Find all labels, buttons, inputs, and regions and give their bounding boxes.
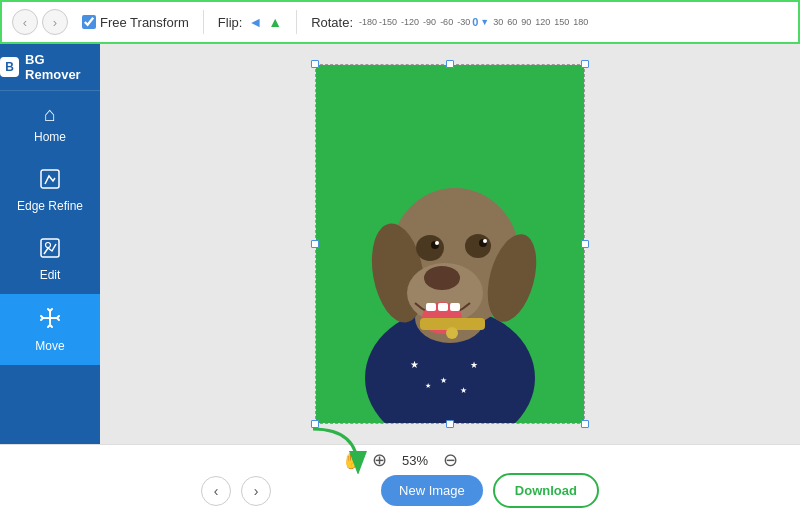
handle-top-left[interactable] <box>311 60 319 68</box>
hand-tool-icon[interactable]: ✋ <box>342 451 362 470</box>
back-nav-button[interactable]: ‹ <box>201 476 231 506</box>
zoom-percent: 53% <box>397 453 433 468</box>
divider-1 <box>203 10 204 34</box>
rotate-ruler[interactable]: -180 -150 -120 -90 -60 -30 0 ▼ 30 60 90 … <box>359 16 590 28</box>
toolbar-forward-button[interactable]: › <box>42 9 68 35</box>
bottom-actions: ‹ › New Image Download <box>201 473 599 508</box>
dog-image: ★ ★ ★ ★ ★ <box>330 83 570 423</box>
flip-label: Flip: <box>218 15 243 30</box>
svg-rect-17 <box>438 303 448 311</box>
svg-text:★: ★ <box>440 376 447 385</box>
flip-group: Flip: ◄ ▲ <box>218 14 282 30</box>
rotate-cursor: 0 <box>472 16 478 28</box>
forward-nav-button[interactable]: › <box>241 476 271 506</box>
flip-vertical-icon[interactable]: ▲ <box>268 14 282 30</box>
sidebar-item-edge-refine[interactable]: Edge Refine <box>0 156 100 225</box>
zoom-out-icon[interactable]: ⊖ <box>443 449 458 471</box>
sidebar: B BG Remover ⌂ Home Edge Refine <box>0 44 100 444</box>
download-button[interactable]: Download <box>493 473 599 508</box>
handle-bottom-right[interactable] <box>581 420 589 428</box>
svg-rect-18 <box>450 303 460 311</box>
main-layout: B BG Remover ⌂ Home Edge Refine <box>0 44 800 444</box>
edge-refine-label: Edge Refine <box>17 199 83 213</box>
home-label: Home <box>34 130 66 144</box>
image-container[interactable]: ★ ★ ★ ★ ★ <box>315 64 585 424</box>
edit-label: Edit <box>40 268 61 282</box>
app-name: BG Remover <box>25 52 100 82</box>
handle-bottom-left[interactable] <box>311 420 319 428</box>
svg-rect-16 <box>426 303 436 311</box>
handle-middle-left[interactable] <box>311 240 319 248</box>
handle-bottom-middle[interactable] <box>446 420 454 428</box>
bottom-bar: ✋ ⊕ 53% ⊖ ‹ › <box>0 444 800 509</box>
svg-point-2 <box>46 243 51 248</box>
svg-point-26 <box>446 327 458 339</box>
free-transform-group: Free Transform <box>82 15 189 30</box>
sidebar-item-edit[interactable]: Edit <box>0 225 100 294</box>
toolbar: ‹ › Free Transform Flip: ◄ ▲ Rotate: -18… <box>0 0 800 44</box>
handle-top-right[interactable] <box>581 60 589 68</box>
edge-refine-icon <box>39 168 61 195</box>
toolbar-back-button[interactable]: ‹ <box>12 9 38 35</box>
logo-icon: B <box>0 57 19 77</box>
free-transform-checkbox[interactable] <box>82 15 96 29</box>
svg-point-23 <box>435 241 439 245</box>
zoom-controls: ✋ ⊕ 53% ⊖ <box>342 449 458 471</box>
rotate-label: Rotate: <box>311 15 353 30</box>
svg-rect-1 <box>41 239 59 257</box>
svg-point-20 <box>465 234 491 258</box>
svg-text:★: ★ <box>425 382 431 389</box>
flip-horizontal-icon[interactable]: ◄ <box>248 14 262 30</box>
rotate-group: Rotate: -180 -150 -120 -90 -60 -30 0 ▼ 3… <box>311 15 590 30</box>
app-logo: B BG Remover <box>0 44 100 91</box>
canvas-area[interactable]: ★ ★ ★ ★ ★ <box>100 44 800 444</box>
zoom-in-icon[interactable]: ⊕ <box>372 449 387 471</box>
svg-text:★: ★ <box>470 360 478 370</box>
image-canvas: ★ ★ ★ ★ ★ <box>315 64 585 424</box>
svg-point-14 <box>424 266 460 290</box>
handle-top-middle[interactable] <box>446 60 454 68</box>
edit-icon <box>39 237 61 264</box>
sidebar-item-home[interactable]: ⌂ Home <box>0 91 100 156</box>
new-image-button[interactable]: New Image <box>381 475 483 506</box>
svg-point-24 <box>483 239 487 243</box>
svg-rect-0 <box>41 170 59 188</box>
handle-middle-right[interactable] <box>581 240 589 248</box>
svg-text:★: ★ <box>410 359 419 370</box>
toolbar-nav: ‹ › <box>12 9 68 35</box>
svg-text:★: ★ <box>460 386 467 395</box>
move-icon <box>38 306 62 335</box>
home-icon: ⌂ <box>44 103 56 126</box>
free-transform-checkbox-label[interactable]: Free Transform <box>82 15 189 30</box>
sidebar-item-move[interactable]: Move <box>0 294 100 365</box>
free-transform-label: Free Transform <box>100 15 189 30</box>
svg-point-19 <box>416 235 444 261</box>
divider-2 <box>296 10 297 34</box>
move-label: Move <box>35 339 64 353</box>
